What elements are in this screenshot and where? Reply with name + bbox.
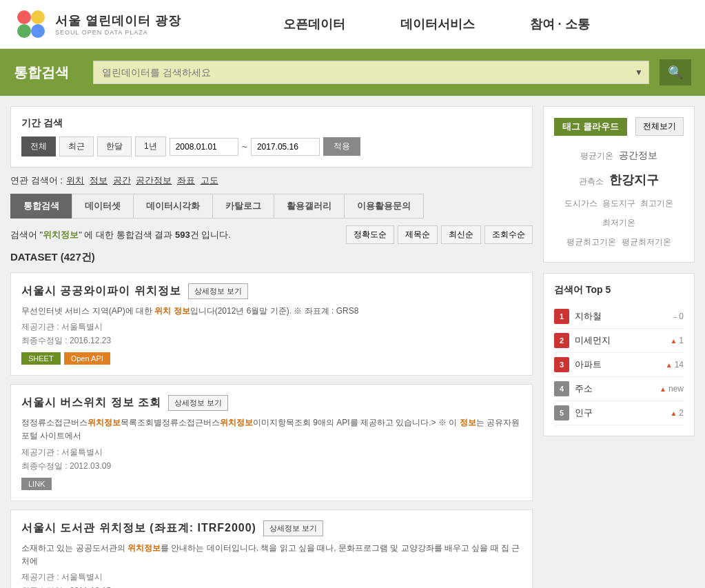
result-item-meta-date-1: 최종수정일 : 2012.03.09 [21, 460, 522, 472]
main-nav: 오픈데이터 데이터서비스 참여 · 소통 [181, 16, 691, 32]
desc-0-0: 무선인터넷 서비스 지역(AP)에 대한 [21, 306, 154, 316]
result-item-title-row-2: 서울시 도서관 위치정보 (좌표계: ITRF2000) 상세정보 보기 [21, 520, 522, 536]
tag-word-9[interactable]: 평균최저기온 [622, 234, 671, 250]
provider-0: 서울특별시 [61, 322, 103, 332]
desc-2-0: 소재하고 있는 공공도서관의 [21, 543, 127, 553]
top5-val-3: new [668, 384, 684, 394]
top5-item-4: 5 인구 ▲ 2 [554, 401, 684, 425]
date-0: 2016.12.23 [70, 336, 111, 345]
tag-cloud-title: 태그 클라우드 [554, 118, 627, 136]
tag-link-1[interactable]: LINK [21, 478, 52, 490]
related-search-item-4[interactable]: 좌표 [177, 175, 195, 185]
svg-point-2 [17, 24, 31, 38]
tag-cloud-header: 태그 클라우드 전체보기 [554, 117, 684, 136]
result-item-meta-date-0: 최종수정일 : 2016.12.23 [21, 335, 522, 347]
top5-header: 검색어 Top 5 [554, 284, 684, 296]
date-btn-month[interactable]: 한달 [97, 136, 132, 156]
provider-label-0: 제공기관 : [21, 322, 59, 332]
tag-word-3[interactable]: 한강지구 [609, 168, 659, 192]
search-tabs: 통합검색 데이터셋 데이터시각화 카탈로그 활용갤러리 이용활용문의 [10, 194, 533, 219]
tag-word-0[interactable]: 평균기온 [580, 148, 613, 164]
tag-word-5[interactable]: 용도지구 [602, 195, 635, 212]
sort-accuracy[interactable]: 정확도순 [346, 225, 394, 244]
result-item-desc-1: 정정류소접근버스위치정보목록조회별정류소접근버스위치정보이미지항목조회 9애의 … [21, 416, 522, 443]
date-filter-row: 전체 최근 한달 1년 ~ 적용 [21, 136, 522, 156]
apply-button[interactable]: 적용 [323, 137, 360, 156]
end-date-input[interactable] [251, 138, 320, 156]
start-date-input[interactable] [170, 138, 238, 156]
nav-open-data[interactable]: 오픈데이터 [283, 16, 345, 32]
tab-gallery[interactable]: 활용갤러리 [274, 194, 344, 219]
top5-keyword-2[interactable]: 아파트 [575, 358, 666, 371]
header: 서울 열린데이터 광장 SEOUL OPEN DATA PLAZA 오픈데이터 … [0, 0, 705, 49]
top5-item-3: 4 주소 ▲ new [554, 377, 684, 401]
main-wrap: 기간 검색 전체 최근 한달 1년 ~ 적용 연관 검색어 : 위치 정보 공간… [0, 96, 705, 588]
search-bar: 통합검색 ▼ 🔍 [0, 49, 705, 96]
top5-keyword-3[interactable]: 주소 [575, 383, 660, 395]
top5-item-0: 1 지하철 – 0 [554, 305, 684, 329]
related-search-item-3[interactable]: 공간정보 [136, 175, 172, 185]
related-search-item-5[interactable]: 고도 [201, 175, 218, 185]
top5-arrow-0: – [673, 313, 677, 321]
date-btn-year[interactable]: 1년 [135, 136, 166, 156]
date-btn-recent[interactable]: 최근 [59, 136, 94, 156]
provider-1: 서울특별시 [61, 447, 103, 457]
search-bar-title: 통합검색 [14, 63, 83, 82]
nav-participation[interactable]: 참여 · 소통 [530, 16, 590, 32]
tag-word-8[interactable]: 평균최고기온 [566, 234, 616, 250]
tab-integrated[interactable]: 통합검색 [10, 194, 72, 219]
related-search-item-2[interactable]: 공간 [113, 175, 131, 185]
nav-data-service[interactable]: 데이터서비스 [400, 16, 475, 32]
right-panel: 태그 클라우드 전체보기 평균기온 공간정보 관측소 한강지구 도시가스 용도지… [543, 106, 695, 588]
provider-2: 서울특별시 [61, 572, 103, 582]
sort-views[interactable]: 조회수순 [484, 225, 533, 244]
date-btn-all[interactable]: 전체 [21, 136, 56, 156]
tab-inquiry[interactable]: 이용활용문의 [344, 194, 424, 219]
detail-btn-0[interactable]: 상세정보 보기 [188, 283, 248, 299]
tag-api-0[interactable]: Open API [64, 352, 110, 365]
tag-sheet-0[interactable]: SHEET [21, 352, 61, 365]
result-item-desc-0: 무선인터넷 서비스 지역(AP)에 대한 위치 정보입니다(2012년 6월말 … [21, 305, 522, 318]
detail-btn-2[interactable]: 상세정보 보기 [263, 520, 323, 536]
desc-1-5: 정보 [460, 418, 476, 427]
top5-arrow-3: ▲ [660, 385, 666, 393]
desc-1-4: 이미지항목조회 9애의 API를 제공하고 있습니다.> ※ 이 [253, 418, 460, 427]
provider-label-1: 제공기관 : [21, 447, 59, 457]
related-search-item-1[interactable]: 정보 [90, 175, 108, 185]
tag-word-2[interactable]: 관측소 [579, 173, 604, 190]
tag-word-6[interactable]: 최고기온 [640, 195, 673, 212]
tag-word-7[interactable]: 최저기온 [602, 214, 635, 231]
detail-btn-1[interactable]: 상세정보 보기 [168, 395, 228, 411]
tag-word-1[interactable]: 공간정보 [619, 145, 657, 165]
top5-keyword-1[interactable]: 미세먼지 [575, 334, 670, 347]
top5-keyword-4[interactable]: 인구 [575, 407, 670, 419]
top5-item-2: 3 아파트 ▲ 14 [554, 353, 684, 377]
tag-cloud-all-btn[interactable]: 전체보기 [635, 117, 684, 136]
search-dropdown-btn[interactable]: ▼ [629, 62, 648, 83]
related-search-item-0[interactable]: 위치 [66, 175, 84, 185]
logo-text: 서울 열린데이터 광장 SEOUL OPEN DATA PLAZA [55, 12, 181, 36]
tab-visualization[interactable]: 데이터시각화 [133, 194, 212, 219]
result-suffix: " 에 대한 통합검색 결과 [79, 230, 172, 240]
date-separator: ~ [242, 141, 247, 152]
result-text: 검색어 "위치정보" 에 대한 통합검색 결과 593건 입니다. [10, 229, 231, 241]
date-filter-title: 기간 검색 [21, 117, 522, 130]
top5-arrow-2: ▲ [666, 361, 673, 369]
top5-val-2: 14 [675, 360, 684, 369]
tag-cloud-box: 태그 클라우드 전체보기 평균기온 공간정보 관측소 한강지구 도시가스 용도지… [543, 106, 695, 263]
top5-change-4: ▲ 2 [670, 408, 684, 418]
sort-title[interactable]: 제목순 [398, 225, 438, 244]
search-input[interactable] [94, 61, 629, 83]
tab-dataset[interactable]: 데이터셋 [72, 194, 133, 219]
desc-1-2: 목록조회별정류소접근버스 [121, 418, 220, 427]
desc-2-1: 위치정보 [127, 543, 161, 553]
svg-point-0 [17, 10, 31, 24]
tag-word-4[interactable]: 도시가스 [564, 195, 597, 212]
desc-1-0: 정정류소접근버스 [21, 418, 88, 427]
result-count: 593 [175, 230, 190, 240]
sort-recent[interactable]: 최신순 [441, 225, 481, 244]
top5-keyword-0[interactable]: 지하철 [575, 310, 673, 323]
top5-val-1: 1 [679, 336, 684, 345]
tab-catalog[interactable]: 카탈로그 [212, 194, 274, 219]
search-button[interactable]: 🔍 [660, 59, 691, 85]
